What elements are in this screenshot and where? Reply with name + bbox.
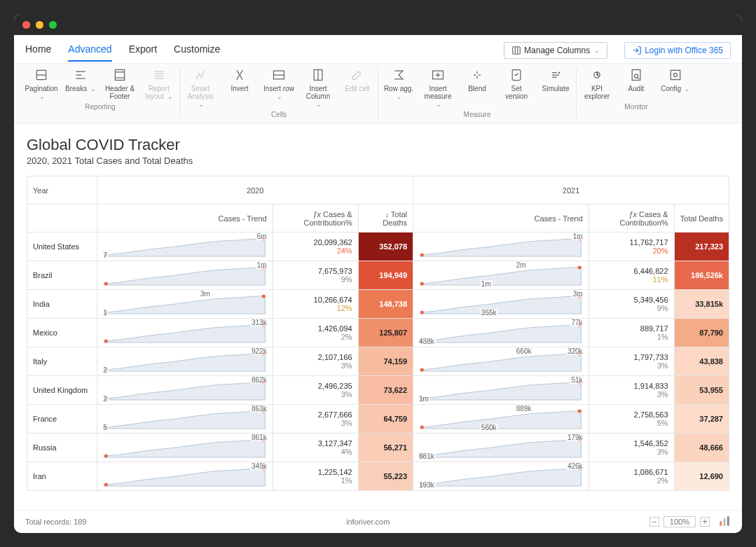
cases-cell: 7,675,9739% bbox=[273, 261, 358, 290]
col-cases-2020[interactable]: ƒx Cases & Contribution% bbox=[273, 205, 358, 233]
table-row[interactable]: France5863k2,677,6663%64,759560k889k2,75… bbox=[27, 405, 729, 434]
table-row[interactable]: Brazil1m7,675,9739%194,9491m2m6,446,8221… bbox=[27, 261, 729, 290]
columns-icon bbox=[511, 46, 521, 55]
zoom-in-button[interactable]: + bbox=[700, 517, 710, 527]
col-blank bbox=[27, 205, 97, 233]
insert-measure-button[interactable]: Insert measure ⌄ bbox=[422, 68, 454, 108]
config-button[interactable]: Config ⌄ bbox=[659, 68, 692, 100]
table-row[interactable]: United Kingdom2862k2,496,2353%73,6221m51… bbox=[27, 376, 729, 405]
trend-mid-label: 3m bbox=[199, 290, 212, 298]
deaths-cell: 217,323 bbox=[674, 233, 729, 261]
blend-button[interactable]: Blend bbox=[461, 68, 493, 108]
svg-point-45 bbox=[104, 483, 108, 487]
manage-columns-label: Manage Columns bbox=[524, 46, 590, 55]
chevron-down-icon: ⌄ bbox=[397, 93, 402, 100]
kpi-explorer-button[interactable]: KPI explorer bbox=[581, 68, 613, 100]
fx-prefix: ƒx bbox=[628, 210, 637, 219]
app-window: HomeAdvancedExportCustomize Manage Colum… bbox=[14, 14, 742, 533]
table-row[interactable]: Italy2922k2,107,1663%74,159660k320k1,797… bbox=[27, 347, 729, 376]
trend-mid-label: 355k bbox=[480, 309, 498, 317]
year-header: Year bbox=[27, 176, 97, 205]
trend-end-label: 77k bbox=[570, 319, 584, 326]
svg-point-20 bbox=[578, 266, 582, 270]
ribbon-label: Edit cell bbox=[345, 85, 369, 92]
col-trend-2020[interactable]: Cases - Trend bbox=[97, 205, 273, 233]
deaths-cell: 37,287 bbox=[674, 405, 729, 434]
tab-advanced[interactable]: Advanced bbox=[68, 43, 111, 62]
smart-analysis-icon bbox=[193, 68, 207, 82]
smart-analysis-button: Smart Analysis ⌄ bbox=[184, 68, 217, 108]
table-row[interactable]: Mexico313k1,426,0942%125,807438k77k889,7… bbox=[27, 319, 729, 347]
ribbon-label: Set version bbox=[500, 85, 532, 100]
col-trend-2021[interactable]: Cases - Trend bbox=[413, 205, 589, 233]
deaths-cell: 148,738 bbox=[358, 290, 413, 319]
cases-cell: 2,496,2353% bbox=[273, 376, 358, 405]
cases-cell: 3,127,3474% bbox=[273, 434, 358, 462]
chevron-down-icon: ⌄ bbox=[594, 47, 600, 54]
deaths-cell: 48,666 bbox=[674, 434, 729, 462]
trend-start-label: 5 bbox=[102, 424, 109, 431]
table-row[interactable]: Iran349k1,225,1421%55,223193k426k1,086,6… bbox=[27, 462, 729, 491]
pagination-icon bbox=[34, 68, 48, 82]
chevron-down-icon: ⌄ bbox=[90, 85, 96, 92]
row-agg--button[interactable]: Row agg. ⌄ bbox=[383, 68, 415, 108]
trend-end-label: 320k bbox=[566, 347, 584, 355]
deaths-cell: 352,078 bbox=[358, 233, 413, 261]
set-version-button[interactable]: Set version bbox=[500, 68, 532, 108]
cases-cell: 6,446,82211% bbox=[589, 261, 674, 290]
col-deaths-2020[interactable]: ↓ Total Deaths bbox=[358, 205, 413, 233]
minimize-icon[interactable] bbox=[36, 21, 43, 29]
login-button[interactable]: Login with Office 365 bbox=[624, 42, 731, 59]
ribbon-group-reporting: Pagination ⌄Breaks ⌄Header & FooterRepor… bbox=[21, 68, 180, 118]
trend-end-label: 861k bbox=[250, 434, 268, 441]
tab-home[interactable]: Home bbox=[25, 43, 51, 62]
tab-customize[interactable]: Customize bbox=[174, 43, 220, 62]
ribbon-label: Row agg. ⌄ bbox=[383, 85, 415, 100]
trend-sparkline: 13m bbox=[97, 290, 273, 319]
invert-button[interactable]: Invert bbox=[224, 68, 256, 108]
insert-row-button[interactable]: Insert row ⌄ bbox=[263, 68, 295, 108]
svg-point-12 bbox=[674, 74, 678, 77]
trend-start-label: 2 bbox=[102, 395, 109, 403]
ribbon-label: Invert bbox=[231, 85, 248, 92]
simulate-button[interactable]: Simulate bbox=[539, 68, 572, 108]
trend-sparkline: 660k320k bbox=[413, 347, 589, 376]
trend-start-label: 193k bbox=[418, 481, 436, 489]
year-2021-header[interactable]: 2021 bbox=[413, 176, 729, 205]
header-footer-button[interactable]: Header & Footer bbox=[104, 68, 136, 100]
trend-end-label: 1m bbox=[256, 261, 268, 269]
pagination-button[interactable]: Pagination ⌄ bbox=[25, 68, 57, 100]
cases-cell: 10,266,67412% bbox=[273, 290, 358, 319]
trend-end-label: 922k bbox=[250, 347, 268, 355]
cases-cell: 1,426,0942% bbox=[273, 319, 358, 347]
edit-cell-button: Edit cell bbox=[341, 68, 373, 108]
maximize-icon[interactable] bbox=[49, 21, 57, 29]
table-row[interactable]: India13m10,266,67412%148,738355k3m5,349,… bbox=[27, 290, 729, 319]
chevron-down-icon: ⌄ bbox=[198, 101, 204, 108]
table-row[interactable]: Russia861k3,127,3474%56,271681k179k1,546… bbox=[27, 434, 729, 462]
ribbon-label: Insert row ⌄ bbox=[263, 85, 295, 100]
trend-sparkline: 1m bbox=[97, 261, 273, 290]
chevron-down-icon: ⌄ bbox=[316, 101, 322, 108]
report-layout-button: Report layout ⌄ bbox=[143, 68, 175, 100]
col-deaths-2021[interactable]: Total Deaths bbox=[674, 205, 729, 233]
close-icon[interactable] bbox=[22, 21, 30, 29]
col-cases-2021[interactable]: ƒx Cases & Contribution% bbox=[589, 205, 674, 233]
svg-rect-11 bbox=[671, 70, 680, 79]
manage-columns-button[interactable]: Manage Columns ⌄ bbox=[504, 42, 607, 59]
deaths-cell: 125,807 bbox=[358, 319, 413, 347]
deaths-cell: 74,159 bbox=[358, 347, 413, 376]
year-2020-header[interactable]: 2020 bbox=[97, 176, 413, 205]
trend-end-label: 862k bbox=[250, 376, 268, 384]
insert-column-button[interactable]: Insert Column ⌄ bbox=[302, 68, 334, 108]
audit-icon bbox=[629, 68, 643, 82]
trend-sparkline: 355k3m bbox=[413, 290, 589, 319]
table-row[interactable]: United States76m20,099,36224%352,0781m11… bbox=[27, 233, 729, 261]
svg-point-17 bbox=[104, 282, 108, 286]
zoom-out-button[interactable]: − bbox=[650, 517, 659, 527]
deaths-cell: 186,526k bbox=[674, 261, 729, 290]
breaks-button[interactable]: Breaks ⌄ bbox=[64, 68, 97, 100]
header-footer-icon bbox=[113, 68, 127, 82]
audit-button[interactable]: Audit bbox=[620, 68, 652, 100]
tab-export[interactable]: Export bbox=[129, 43, 157, 62]
